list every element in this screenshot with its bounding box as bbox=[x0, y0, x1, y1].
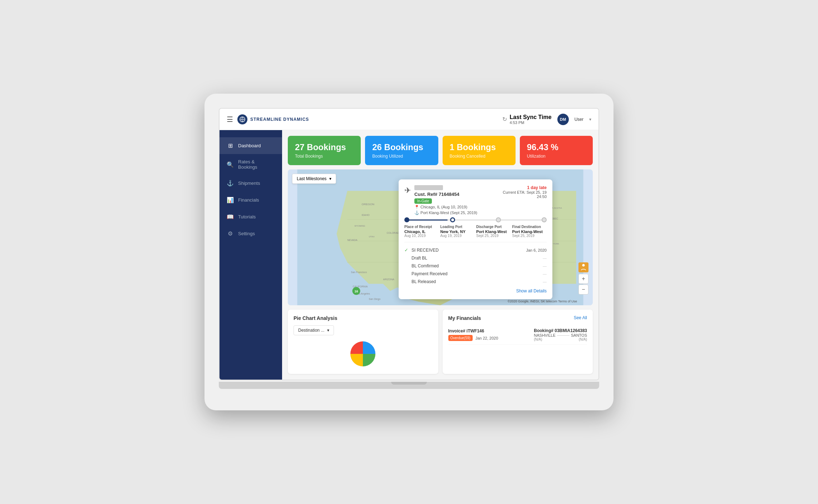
milestone-dropdown[interactable]: Last Milestones ▾ bbox=[292, 174, 336, 184]
progress-dot-1 bbox=[404, 217, 409, 222]
step1-date: Aug 10, 2019 bbox=[404, 234, 439, 238]
sidebar-item-dashboard[interactable]: ⊞ Dashboard bbox=[220, 137, 282, 154]
total-bookings-label: Total Bookings bbox=[295, 154, 354, 159]
progress-labels: Place of Receipt Chicago, IL Aug 10, 201… bbox=[404, 225, 547, 238]
see-all-button[interactable]: See All bbox=[574, 315, 587, 320]
list-item: ✓ SI RECEIVED Jan 6, 2020 bbox=[404, 246, 547, 254]
sidebar-label-tutorials: Tutorials bbox=[238, 214, 256, 219]
sync-icon[interactable]: ↻ bbox=[502, 116, 507, 123]
settings-icon: ⚙ bbox=[227, 230, 234, 237]
milestone-name-2: Draft BL bbox=[412, 256, 543, 261]
shipments-icon: ⚓ bbox=[227, 180, 234, 187]
milestone-name-4: Payment Received bbox=[412, 271, 543, 276]
zoom-out-button[interactable]: − bbox=[578, 285, 588, 295]
booking-utilized-number: 26 Bookings bbox=[372, 142, 431, 152]
step2-title: Loading Port bbox=[440, 225, 475, 229]
zoom-in-button[interactable]: + bbox=[578, 274, 588, 284]
step2-date: Aug 19, 2019 bbox=[440, 234, 475, 238]
sidebar-item-rates-bookings[interactable]: 🔍 Rates & Bookings bbox=[220, 154, 282, 175]
financials-icon: 📊 bbox=[227, 197, 234, 203]
logo-text: STREAMLINE DYNAMICS bbox=[250, 117, 309, 122]
invoice-number: Invoice# iTWF146 bbox=[448, 328, 498, 333]
svg-text:16: 16 bbox=[354, 290, 358, 293]
sync-label: Last Sync Time bbox=[510, 114, 552, 120]
sidebar-label-settings: Settings bbox=[238, 231, 255, 236]
utilization-number: 96.43 % bbox=[527, 142, 586, 152]
tutorials-icon: 📖 bbox=[227, 213, 234, 220]
street-view-icon[interactable] bbox=[578, 262, 588, 272]
list-item: BL Released --- bbox=[404, 278, 547, 286]
progress-step-3: Discharge Port Port Klang-West Sept 25, … bbox=[476, 225, 511, 238]
sidebar-item-settings[interactable]: ⚙ Settings bbox=[220, 225, 282, 242]
user-name: User bbox=[575, 117, 583, 122]
sidebar-item-shipments[interactable]: ⚓ Shipments bbox=[220, 175, 282, 192]
menu-icon[interactable]: ☰ bbox=[227, 115, 233, 124]
svg-text:San Francisco: San Francisco bbox=[351, 271, 367, 273]
overdue-badge: Overdue(59) bbox=[448, 335, 473, 341]
booking-cancelled-number: 1 Bookings bbox=[450, 142, 508, 152]
sidebar-item-tutorials[interactable]: 📖 Tutorials bbox=[220, 208, 282, 225]
stats-row: 27 Bookings Total Bookings 26 Bookings B… bbox=[288, 136, 593, 165]
header-logo: STREAMLINE DYNAMICS bbox=[237, 114, 309, 124]
eta-time: 24:50 bbox=[503, 194, 547, 199]
status-badge: In-Gate bbox=[414, 198, 432, 204]
milestone-chevron-icon: ▾ bbox=[329, 176, 331, 181]
stat-utilization: 96.43 % Utilization bbox=[520, 136, 593, 165]
svg-text:WYOMING: WYOMING bbox=[355, 225, 365, 227]
list-item: BL Comfirmed --- bbox=[404, 262, 547, 270]
milestone-date-1: Jan 6, 2020 bbox=[526, 248, 547, 252]
laptop-screen: ☰ STREAMLINE DYNAMICS ↻ Last Sync Time bbox=[219, 108, 599, 380]
bottom-section: Pie Chart Analysis Destination ... ▾ bbox=[288, 310, 593, 374]
company-logo-placeholder bbox=[414, 185, 443, 190]
progress-step-4: Final Destination Port Klang-West Sept 2… bbox=[512, 225, 547, 238]
milestone-name-5: BL Released bbox=[412, 279, 543, 284]
financial-date: Jan 22, 2020 bbox=[475, 336, 498, 340]
booking-utilized-label: Booking Utilized bbox=[372, 154, 431, 159]
svg-point-53 bbox=[582, 264, 585, 267]
show-all-button[interactable]: Show all Details bbox=[404, 288, 547, 293]
stat-booking-cancelled: 1 Bookings Booking Cancelled bbox=[443, 136, 516, 165]
sync-text: Last Sync Time 4:53 PM bbox=[510, 114, 552, 125]
list-item: Payment Received --- bbox=[404, 270, 547, 278]
milestone-date-4: --- bbox=[543, 272, 547, 276]
map-section: OREGON IDAHO WYOMING NEVADA UTAH COLORAD… bbox=[288, 169, 593, 305]
pie-chart-title: Pie Chart Analysis bbox=[294, 315, 433, 321]
progress-dots bbox=[404, 217, 547, 222]
step4-value: Port Klang-West bbox=[512, 229, 547, 234]
ref-number: 71648454 bbox=[439, 192, 459, 197]
destination-chevron-icon: ▾ bbox=[327, 328, 329, 333]
header-right: ↻ Last Sync Time 4:53 PM DM User ▾ bbox=[502, 114, 591, 125]
step3-title: Discharge Port bbox=[476, 225, 511, 229]
utilization-label: Utilization bbox=[527, 154, 586, 159]
late-label: 1 day late bbox=[503, 185, 547, 190]
sync-time: 4:53 PM bbox=[510, 120, 552, 125]
progress-step-1: Place of Receipt Chicago, IL Aug 10, 201… bbox=[404, 225, 439, 238]
step3-date: Sept 25, 2019 bbox=[476, 234, 511, 238]
pie-chart-placeholder bbox=[294, 340, 433, 368]
booking-info: Booking# 03BMIA1264383 NASHVILLE SANTOS … bbox=[534, 328, 587, 341]
dest-value: (N/A) bbox=[579, 337, 587, 341]
chevron-down-icon[interactable]: ▾ bbox=[589, 117, 591, 122]
financials-card: My Financials See All Invoice# iTWF146 O… bbox=[443, 310, 593, 374]
sidebar-label-financials: Financials bbox=[238, 197, 259, 203]
destination-dropdown[interactable]: Destination ... ▾ bbox=[294, 325, 334, 335]
laptop-frame: ☰ STREAMLINE DYNAMICS ↻ Last Sync Time bbox=[204, 94, 614, 410]
step1-title: Place of Receipt bbox=[404, 225, 439, 229]
list-item: Draft BL --- bbox=[404, 254, 547, 262]
popup-origin: 📍 Chicago, IL (Aug 10, 2019) bbox=[414, 205, 499, 209]
progress-container bbox=[404, 219, 547, 221]
map-zoom-controls: + − bbox=[578, 274, 588, 295]
route-origin: NASHVILLE bbox=[534, 333, 556, 337]
laptop-notch bbox=[391, 382, 427, 385]
milestone-name-3: BL Comfirmed bbox=[412, 263, 543, 268]
map-attribution: ©2020 Google, INEGI, SK telecom Terms of… bbox=[508, 300, 577, 303]
sidebar-label-dashboard: Dashboard bbox=[238, 143, 261, 148]
pie-chart-svg bbox=[349, 340, 377, 368]
main-layout: ⊞ Dashboard 🔍 Rates & Bookings ⚓ Shipmen… bbox=[220, 130, 598, 380]
svg-text:San Diego: San Diego bbox=[369, 298, 381, 301]
svg-text:OREGON: OREGON bbox=[362, 203, 375, 206]
content-area: 27 Bookings Total Bookings 26 Bookings B… bbox=[282, 130, 598, 380]
map-background[interactable]: OREGON IDAHO WYOMING NEVADA UTAH COLORAD… bbox=[288, 169, 593, 305]
sidebar-item-financials[interactable]: 📊 Financials bbox=[220, 192, 282, 208]
step2-value: New York, NY bbox=[440, 229, 475, 234]
